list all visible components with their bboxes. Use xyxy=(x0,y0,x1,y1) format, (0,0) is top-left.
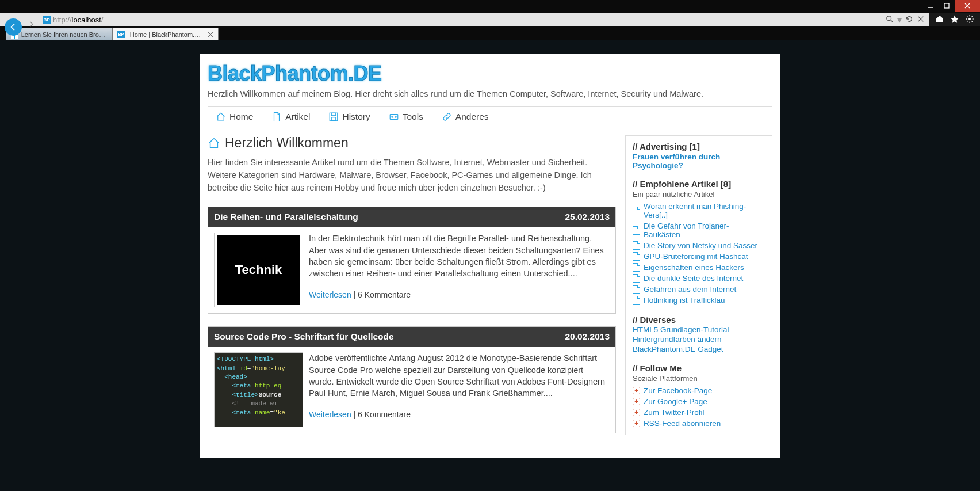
svg-point-8 xyxy=(968,18,971,20)
search-icon[interactable] xyxy=(886,15,894,25)
site-favicon-icon: BP xyxy=(43,16,51,24)
window-titlebar xyxy=(0,0,980,13)
svg-rect-1 xyxy=(944,3,949,8)
minimize-button[interactable] xyxy=(922,0,939,12)
tab-active[interactable]: BP Home | BlackPhantom.DE xyxy=(112,28,219,40)
tab-close-icon[interactable] xyxy=(208,32,213,37)
page-viewport[interactable]: BlackPhantom.DE Herzlich Willkommen auf … xyxy=(0,40,980,40)
maximize-button[interactable] xyxy=(939,0,955,12)
home-icon[interactable] xyxy=(935,14,944,26)
svg-point-4 xyxy=(887,16,891,20)
forward-button[interactable] xyxy=(25,20,37,28)
tools-icon[interactable] xyxy=(965,14,974,26)
favorites-icon[interactable] xyxy=(950,14,959,26)
tab-strip: Lernen Sie Ihren neuen Browse... BP Home… xyxy=(0,26,980,40)
address-bar-row: BP http://localhost/ ▾ xyxy=(0,13,980,26)
site-favicon-icon: BP xyxy=(117,31,125,38)
address-bar[interactable]: http://localhost/ xyxy=(53,16,881,24)
svg-line-5 xyxy=(891,20,893,22)
refresh-icon[interactable] xyxy=(905,15,913,25)
stop-icon[interactable] xyxy=(917,15,925,25)
tab-label: Home | BlackPhantom.DE xyxy=(130,31,202,38)
back-button[interactable] xyxy=(5,18,22,36)
close-button[interactable] xyxy=(955,0,980,12)
